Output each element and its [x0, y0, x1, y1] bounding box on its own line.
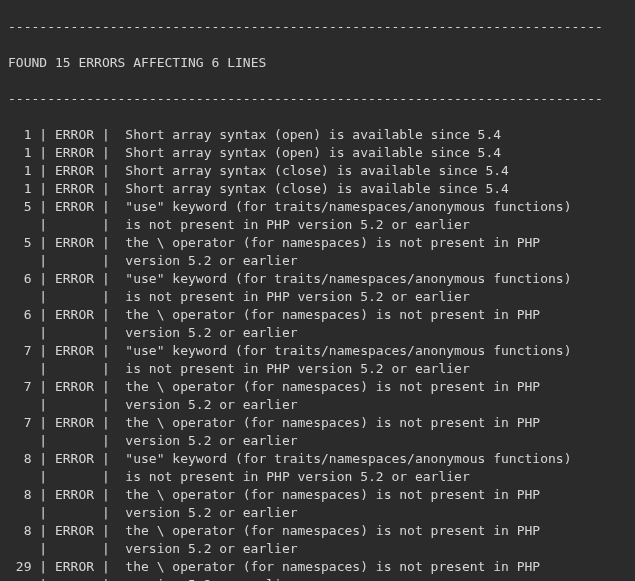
column-separator: | [31, 270, 54, 288]
error-line-number: 1 [8, 180, 31, 198]
error-severity: ERROR [55, 180, 94, 198]
error-message: is not present in PHP version 5.2 or ear… [125, 289, 469, 304]
error-row: 1|ERROR| Short array syntax (close) is a… [8, 180, 627, 198]
column-separator: | [94, 558, 117, 576]
column-separator: | [31, 162, 54, 180]
error-severity: ERROR [55, 126, 94, 144]
column-separator: | [31, 396, 54, 414]
error-row: 8|ERROR| "use" keyword (for traits/names… [8, 450, 627, 468]
column-separator: | [94, 270, 117, 288]
error-severity: ERROR [55, 342, 94, 360]
error-line-number: 29 [8, 558, 31, 576]
error-severity: ERROR [55, 558, 94, 576]
column-separator: | [94, 576, 117, 581]
column-separator: | [31, 342, 54, 360]
error-message: version 5.2 or earlier [125, 325, 297, 340]
column-separator: | [94, 414, 117, 432]
error-row-continuation: || is not present in PHP version 5.2 or … [8, 468, 627, 486]
error-row: 7|ERROR| the \ operator (for namespaces)… [8, 378, 627, 396]
error-row-continuation: || version 5.2 or earlier [8, 324, 627, 342]
error-severity: ERROR [55, 450, 94, 468]
column-separator: | [94, 486, 117, 504]
column-separator: | [94, 540, 117, 558]
column-separator: | [94, 216, 117, 234]
error-message: is not present in PHP version 5.2 or ear… [125, 361, 469, 376]
column-separator: | [31, 288, 54, 306]
column-separator: | [31, 198, 54, 216]
error-row-continuation: || version 5.2 or earlier [8, 540, 627, 558]
error-row-continuation: || version 5.2 or earlier [8, 252, 627, 270]
column-separator: | [31, 306, 54, 324]
error-message: the \ operator (for namespaces) is not p… [125, 415, 540, 430]
error-row: 6|ERROR| "use" keyword (for traits/names… [8, 270, 627, 288]
column-separator: | [31, 540, 54, 558]
column-separator: | [94, 468, 117, 486]
error-line-number: 1 [8, 126, 31, 144]
rule-top: ----------------------------------------… [8, 18, 627, 36]
error-severity: ERROR [55, 198, 94, 216]
column-separator: | [94, 450, 117, 468]
error-severity: ERROR [55, 306, 94, 324]
error-line-number: 5 [8, 234, 31, 252]
column-separator: | [94, 234, 117, 252]
error-row-continuation: || is not present in PHP version 5.2 or … [8, 288, 627, 306]
summary-header: FOUND 15 ERRORS AFFECTING 6 LINES [8, 54, 627, 72]
column-separator: | [31, 522, 54, 540]
column-separator: | [31, 234, 54, 252]
error-message: is not present in PHP version 5.2 or ear… [125, 469, 469, 484]
terminal-output: ----------------------------------------… [0, 0, 635, 581]
column-separator: | [94, 288, 117, 306]
error-line-number: 7 [8, 378, 31, 396]
error-message: the \ operator (for namespaces) is not p… [125, 379, 540, 394]
column-separator: | [94, 342, 117, 360]
error-message: Short array syntax (close) is available … [125, 181, 509, 196]
column-separator: | [94, 252, 117, 270]
column-separator: | [31, 216, 54, 234]
error-message: Short array syntax (open) is available s… [125, 145, 501, 160]
column-separator: | [31, 144, 54, 162]
error-message: version 5.2 or earlier [125, 577, 297, 581]
column-separator: | [31, 504, 54, 522]
error-message: version 5.2 or earlier [125, 433, 297, 448]
column-separator: | [94, 396, 117, 414]
column-separator: | [31, 558, 54, 576]
error-row: 5|ERROR| the \ operator (for namespaces)… [8, 234, 627, 252]
error-line-number: 1 [8, 162, 31, 180]
error-line-number: 8 [8, 450, 31, 468]
column-separator: | [31, 378, 54, 396]
column-separator: | [94, 432, 117, 450]
error-severity: ERROR [55, 378, 94, 396]
error-row-continuation: || version 5.2 or earlier [8, 576, 627, 581]
error-message: is not present in PHP version 5.2 or ear… [125, 217, 469, 232]
column-separator: | [94, 144, 117, 162]
error-line-number: 1 [8, 144, 31, 162]
error-severity: ERROR [55, 144, 94, 162]
error-message: Short array syntax (close) is available … [125, 163, 509, 178]
column-separator: | [31, 414, 54, 432]
error-line-number: 8 [8, 522, 31, 540]
error-row: 1|ERROR| Short array syntax (close) is a… [8, 162, 627, 180]
error-line-number: 8 [8, 486, 31, 504]
error-row-continuation: || version 5.2 or earlier [8, 504, 627, 522]
error-message: the \ operator (for namespaces) is not p… [125, 235, 540, 250]
column-separator: | [94, 198, 117, 216]
error-row-continuation: || version 5.2 or earlier [8, 396, 627, 414]
column-separator: | [31, 432, 54, 450]
column-separator: | [31, 180, 54, 198]
error-message: Short array syntax (open) is available s… [125, 127, 501, 142]
error-severity: ERROR [55, 486, 94, 504]
error-message: the \ operator (for namespaces) is not p… [125, 487, 540, 502]
column-separator: | [94, 522, 117, 540]
error-line-number: 6 [8, 270, 31, 288]
error-severity: ERROR [55, 270, 94, 288]
error-severity: ERROR [55, 414, 94, 432]
error-message: "use" keyword (for traits/namespaces/ano… [125, 343, 571, 358]
error-row: 8|ERROR| the \ operator (for namespaces)… [8, 486, 627, 504]
error-severity: ERROR [55, 522, 94, 540]
column-separator: | [94, 180, 117, 198]
column-separator: | [31, 576, 54, 581]
error-message: version 5.2 or earlier [125, 397, 297, 412]
error-row: 1|ERROR| Short array syntax (open) is av… [8, 126, 627, 144]
column-separator: | [94, 324, 117, 342]
rule-after-header: ----------------------------------------… [8, 90, 627, 108]
